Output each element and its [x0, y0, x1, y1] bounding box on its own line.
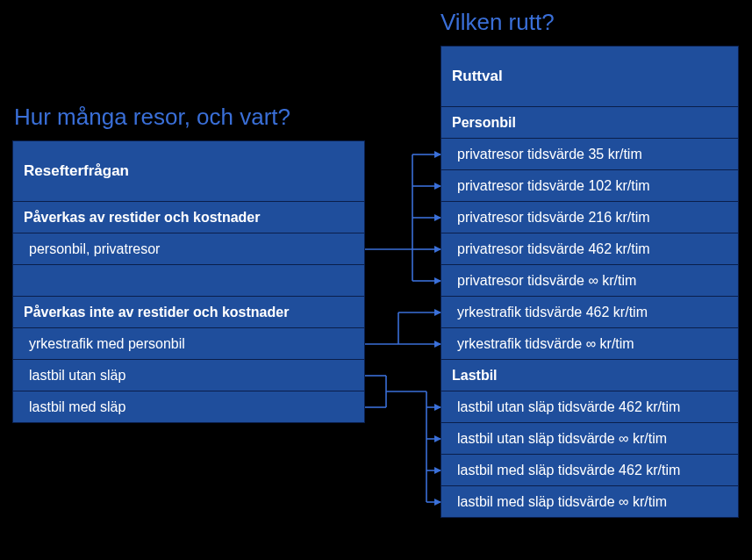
right-row: privatresor tidsvärde ∞ kr/tim [440, 265, 739, 297]
left-box: Resefterfrågan Påverkas av restider och … [12, 140, 365, 423]
right-row: lastbil utan släp tidsvärde ∞ kr/tim [440, 423, 739, 455]
right-row: yrkestrafik tidsvärde ∞ kr/tim [440, 328, 739, 360]
right-row: privatresor tidsvärde 216 kr/tim [440, 202, 739, 233]
right-row: privatresor tidsvärde 102 kr/tim [440, 170, 739, 202]
left-sub2: Påverkas inte av restider och kostnader [12, 297, 365, 328]
right-header: Ruttval [440, 46, 739, 107]
left-empty [12, 265, 365, 297]
right-row: yrkestrafik tidsvärde 462 kr/tim [440, 297, 739, 328]
right-sub-personbil: Personbil [440, 107, 739, 139]
right-sub-lastbil: Lastbil [440, 360, 739, 391]
right-row: lastbil med släp tidsvärde 462 kr/tim [440, 455, 739, 486]
heading-left: Hur många resor, och vart? [14, 104, 290, 131]
right-box: Ruttval Personbil privatresor tidsvärde … [440, 46, 739, 518]
right-row: lastbil utan släp tidsvärde 462 kr/tim [440, 391, 739, 423]
left-sub1: Påverkas av restider och kostnader [12, 202, 365, 233]
heading-right: Vilken rutt? [440, 9, 555, 36]
right-row: privatresor tidsvärde 35 kr/tim [440, 139, 739, 170]
left-row: lastbil utan släp [12, 360, 365, 391]
left-row: personbil, privatresor [12, 233, 365, 265]
left-header: Resefterfrågan [12, 140, 365, 202]
right-row: privatresor tidsvärde 462 kr/tim [440, 233, 739, 265]
left-row: yrkestrafik med personbil [12, 328, 365, 360]
left-row: lastbil med släp [12, 391, 365, 423]
right-row: lastbil med släp tidsvärde ∞ kr/tim [440, 486, 739, 518]
